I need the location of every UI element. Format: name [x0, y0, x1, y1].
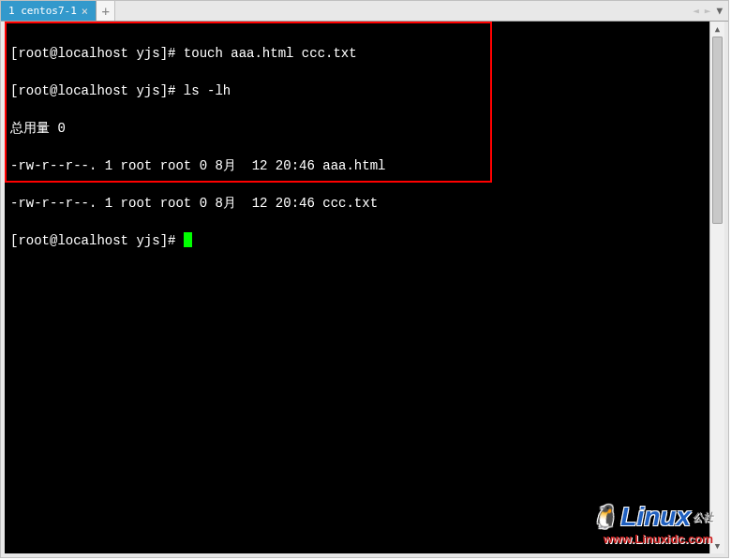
terminal-line: 总用量 0 — [10, 119, 719, 138]
watermark: 🐧 Linux 公社 www.Linuxidc.com — [590, 502, 713, 546]
terminal-line: [root@localhost yjs]# touch aaa.html ccc… — [10, 44, 719, 63]
scrollbar-thumb[interactable] — [712, 37, 723, 224]
terminal-prompt-line: [root@localhost yjs]# — [10, 231, 719, 250]
terminal-window: 1 centos7-1 × + ◄ ► ▼ [root@localhost yj… — [0, 0, 729, 558]
terminal-area[interactable]: [root@localhost yjs]# touch aaa.html ccc… — [1, 22, 728, 557]
tab-add-button[interactable]: + — [97, 1, 115, 21]
terminal-line: [root@localhost yjs]# ls -lh — [10, 81, 719, 100]
tab-label: 1 centos7-1 — [8, 5, 77, 17]
tab-nav-controls: ◄ ► ▼ — [691, 1, 724, 21]
plus-icon: + — [101, 4, 109, 19]
scrollbar-down-icon[interactable]: ▼ — [710, 538, 724, 553]
scrollbar-up-icon[interactable]: ▲ — [710, 22, 724, 37]
vertical-scrollbar[interactable]: ▲ ▼ — [709, 22, 724, 553]
tab-centos7-1[interactable]: 1 centos7-1 × — [1, 1, 97, 21]
nav-left-icon[interactable]: ◄ — [691, 5, 701, 17]
nav-dropdown-icon[interactable]: ▼ — [714, 5, 724, 17]
terminal-line: -rw-r--r--. 1 root root 0 8月 12 20:46 cc… — [10, 194, 719, 213]
tab-close-icon[interactable]: × — [82, 6, 88, 17]
terminal-content: [root@localhost yjs]# touch aaa.html ccc… — [5, 22, 724, 291]
tab-bar: 1 centos7-1 × + ◄ ► ▼ — [1, 1, 728, 22]
watermark-brand: Linux — [620, 502, 691, 532]
cursor-icon — [184, 232, 192, 247]
terminal-line: -rw-r--r--. 1 root root 0 8月 12 20:46 aa… — [10, 156, 719, 175]
watermark-logo: 🐧 Linux 公社 — [590, 502, 713, 532]
nav-right-icon[interactable]: ► — [703, 5, 713, 17]
watermark-url: www.Linuxidc.com — [590, 532, 713, 546]
penguin-icon: 🐧 — [590, 504, 619, 530]
terminal-prompt: [root@localhost yjs]# — [10, 233, 184, 248]
